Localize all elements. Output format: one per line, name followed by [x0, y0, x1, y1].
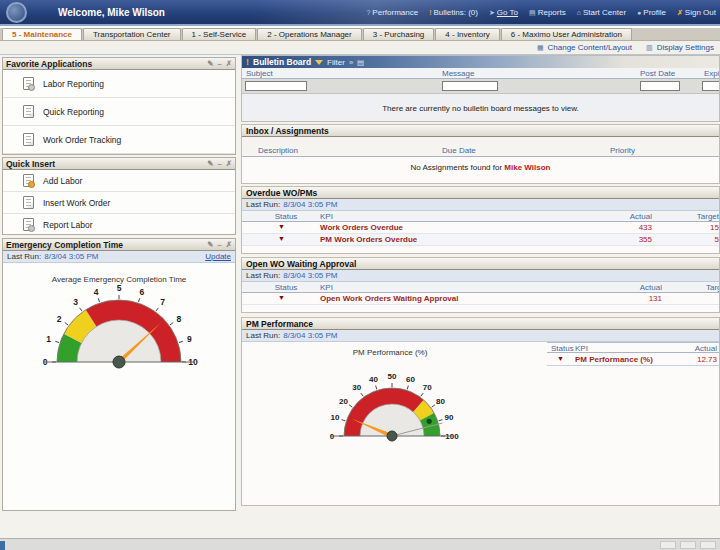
open-wo-last-run: Last Run: 8/3/04 3:05 PM	[242, 270, 719, 282]
favorite-applications-header: Favorite Applications ✎ – ✗	[3, 58, 235, 70]
tab-purchasing[interactable]: 3 - Purchasing	[363, 28, 435, 40]
topbar-link-goto[interactable]: ➤Go To	[489, 8, 518, 17]
kpi-link[interactable]: Work Orders Overdue	[320, 223, 403, 232]
tab-inventory[interactable]: 4 - Inventory	[435, 28, 499, 40]
bulletin-filter-post-date-input[interactable]	[640, 81, 680, 91]
quick-insert-insert-work-order[interactable]: Insert Work Order	[3, 192, 235, 214]
tab-maintenance[interactable]: 5 - Maintenance	[2, 28, 82, 40]
svg-text:60: 60	[406, 375, 415, 384]
kpi-link[interactable]: Open Work Orders Waiting Approval	[320, 294, 458, 303]
column-priority: Priority	[610, 146, 635, 155]
bulletin-filter-expire-date-input[interactable]	[702, 81, 720, 91]
column-kpi: KPI	[320, 283, 333, 292]
bulletin-column-headers: Subject Message Post Date Expire Date	[242, 68, 719, 79]
display-settings-link[interactable]: ▥Display Settings	[646, 43, 714, 52]
svg-text:9: 9	[187, 334, 192, 344]
kpi-actual: 12.73	[677, 355, 717, 364]
topbar-link-signout[interactable]: ✗Sign Out	[677, 8, 716, 17]
kpi-link[interactable]: PM Work Orders Overdue	[320, 235, 417, 244]
tab-maximo-user-administration[interactable]: 6 - Maximo User Administration	[501, 28, 632, 40]
overdue-header: Overdue WO/PMs	[242, 187, 719, 199]
quick-insert-header: Quick Insert ✎ – ✗	[3, 158, 235, 170]
quick-insert-add-labor[interactable]: Add Labor	[3, 170, 235, 192]
topbar-link-label: Bulletins: (0)	[434, 8, 478, 17]
column-actual: Actual	[602, 283, 662, 292]
display-settings-icon: ▥	[646, 44, 653, 52]
close-icon[interactable]: ✗	[226, 60, 232, 68]
kpi-down-arrow-icon: ▼	[278, 223, 285, 230]
filter-label[interactable]: Filter	[327, 58, 345, 67]
panel-title: Bulletin Board	[253, 57, 311, 67]
kpi-actual: 131	[602, 294, 662, 303]
change-content-layout-link[interactable]: ▦Change Content/Layout	[537, 43, 632, 52]
close-icon[interactable]: ✗	[226, 160, 232, 168]
kpi-row-work-orders-overdue: ▼ Work Orders Overdue 433 15	[242, 222, 719, 234]
svg-text:30: 30	[352, 383, 361, 392]
expand-filter-icon[interactable]: »	[349, 58, 353, 67]
svg-text:40: 40	[369, 375, 378, 384]
favorite-app-labor-reporting[interactable]: Labor Reporting	[3, 70, 235, 98]
tab-self-service[interactable]: 1 - Self-Service	[182, 28, 257, 40]
favorite-app-quick-reporting[interactable]: Quick Reporting	[3, 98, 235, 126]
overdue-column-headers: Status KPI Actual Target	[242, 211, 719, 222]
svg-text:50: 50	[388, 372, 397, 381]
last-run-label: Last Run:	[246, 271, 280, 280]
last-run-date: 8/3/04 3:05 PM	[44, 252, 98, 261]
topbar-links: ?Performance !Bulletins: (0) ➤Go To ▤Rep…	[366, 8, 716, 17]
quick-insert-report-labor[interactable]: Report Labor	[3, 214, 235, 235]
tab-operations-manager[interactable]: 2 - Operations Manager	[257, 28, 362, 40]
svg-text:3: 3	[73, 297, 78, 307]
topbar-link-bulletins[interactable]: !Bulletins: (0)	[429, 8, 478, 17]
minimize-icon[interactable]: –	[218, 241, 222, 249]
kpi-link[interactable]: PM Performance (%)	[575, 355, 653, 364]
inbox-column-headers: Description Due Date Priority	[242, 137, 719, 157]
column-message: Message	[442, 69, 474, 78]
column-expire-date: Expire Date	[704, 69, 720, 78]
filter-icon[interactable]	[315, 60, 323, 65]
top-bar: Welcome, Mike Wilson ?Performance !Bulle…	[0, 0, 720, 26]
emergency-completion-time-panel: Emergency Completion Time ✎ – ✗ Last Run…	[2, 238, 236, 511]
inbox-empty-message: No Assignments found for Mike Wilson	[242, 163, 719, 172]
display-settings-label: Display Settings	[657, 43, 714, 52]
column-status: Status	[551, 344, 574, 353]
pm-header: PM Performance	[242, 318, 719, 330]
app-label: Insert Work Order	[43, 198, 110, 208]
update-link[interactable]: Update	[205, 252, 231, 261]
topbar-link-profile[interactable]: ●Profile	[637, 8, 666, 17]
reports-icon: ▤	[529, 9, 536, 17]
alert-icon: !	[246, 57, 249, 67]
tab-transportation-center[interactable]: Transportation Center	[83, 28, 181, 40]
bulletin-filter-subject-input[interactable]	[245, 81, 307, 91]
open-wo-header: Open WO Waiting Approval	[242, 258, 719, 270]
column-kpi: KPI	[320, 212, 333, 221]
column-due-date: Due Date	[442, 146, 476, 155]
goto-icon: ➤	[489, 9, 495, 17]
popup-icon[interactable]: ▤	[357, 58, 364, 67]
overdue-last-run: Last Run: 8/3/04 3:05 PM	[242, 199, 719, 211]
close-icon[interactable]: ✗	[226, 241, 232, 249]
svg-text:10: 10	[330, 413, 339, 422]
favorite-app-work-order-tracking[interactable]: Work Order Tracking	[3, 126, 235, 154]
app-label: Work Order Tracking	[43, 135, 121, 145]
minimize-icon[interactable]: –	[218, 60, 222, 68]
start-center-icon: ⌂	[577, 9, 581, 16]
emergency-last-run: Last Run: 8/3/04 3:05 PM Update	[3, 251, 235, 263]
edit-icon[interactable]: ✎	[207, 241, 213, 249]
topbar-link-start-center[interactable]: ⌂Start Center	[577, 8, 626, 17]
kpi-down-arrow-icon: ▼	[557, 355, 564, 362]
app-label: Quick Reporting	[43, 107, 104, 117]
edit-icon[interactable]: ✎	[207, 160, 213, 168]
inbox-header: Inbox / Assignments	[242, 125, 719, 137]
bulletin-board-header: ! Bulletin Board Filter » ▤	[242, 56, 719, 68]
topbar-link-reports[interactable]: ▤Reports	[529, 8, 566, 17]
panel-title: Emergency Completion Time	[6, 240, 123, 250]
column-kpi: KPI	[575, 344, 588, 353]
bulletin-filter-message-input[interactable]	[442, 81, 498, 91]
edit-icon[interactable]: ✎	[207, 60, 213, 68]
minimize-icon[interactable]: –	[218, 160, 222, 168]
panel-title: PM Performance	[246, 319, 313, 329]
emergency-gauge-title: Average Emergency Completion Time	[3, 275, 235, 284]
insert-work-order-icon	[23, 196, 34, 209]
layout-actions-row: ▦Change Content/Layout ▥Display Settings	[0, 41, 720, 54]
topbar-link-performance[interactable]: ?Performance	[366, 8, 418, 17]
